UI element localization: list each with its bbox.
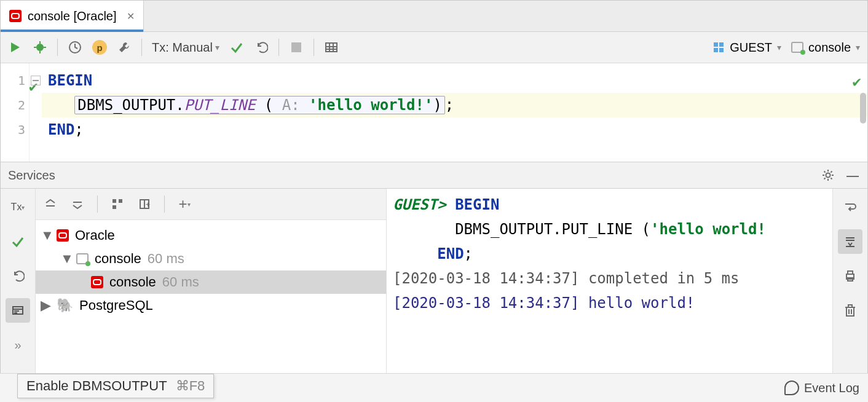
- svg-point-1: [36, 44, 44, 51]
- tree-arrow-icon[interactable]: ▶: [41, 298, 50, 313]
- tree-node-console-run[interactable]: console 60 ms: [36, 270, 386, 294]
- stop-icon[interactable]: [289, 40, 304, 55]
- commit-side-icon[interactable]: [6, 229, 30, 254]
- print-icon[interactable]: [838, 264, 862, 288]
- svg-rect-7: [291, 42, 301, 52]
- minimize-icon[interactable]: —: [845, 168, 860, 183]
- svg-line-18: [824, 171, 826, 173]
- svg-rect-44: [848, 305, 852, 307]
- tab-label: console [Oracle]: [28, 9, 117, 23]
- scroll-end-icon[interactable]: [838, 229, 862, 254]
- tx-toggle[interactable]: Tx▾: [6, 195, 30, 219]
- services-tree-panel: + +▾ ▼ Oracle ▼ console 60 ms c: [36, 189, 386, 401]
- tree-node-console-session[interactable]: ▼ console 60 ms: [36, 247, 386, 270]
- separator: [278, 39, 279, 56]
- data-grid-icon[interactable]: [324, 40, 339, 55]
- kw-end: END: [48, 121, 74, 138]
- output-str: 'hello world!: [650, 221, 766, 238]
- tree-label: console: [109, 274, 156, 290]
- wrench-icon[interactable]: [117, 40, 132, 55]
- svg-text:+: +: [146, 200, 150, 209]
- oracle-icon: [9, 10, 22, 22]
- run-icon[interactable]: [8, 40, 23, 55]
- output-prompt: GUEST>: [393, 196, 446, 213]
- tree-time: 60 ms: [148, 251, 184, 267]
- separator: [97, 195, 98, 213]
- tree-label: console: [95, 251, 141, 267]
- debug-icon[interactable]: [33, 40, 47, 55]
- string-literal: 'hello world!': [309, 97, 433, 114]
- kw-begin: BEGIN: [48, 72, 92, 89]
- toolbar: p Tx: Manual ▾: [1, 32, 867, 63]
- event-log-icon[interactable]: [784, 380, 799, 395]
- separator: [141, 39, 142, 56]
- services-left-gutter: Tx▾ »: [1, 189, 36, 401]
- tree-arrow-icon[interactable]: ▼: [41, 227, 50, 243]
- expand-all-icon[interactable]: [43, 197, 58, 211]
- pkg-name: DBMS_OUTPUT: [77, 97, 175, 114]
- editor-scrollbar[interactable]: [860, 93, 866, 124]
- tx-mode-dropdown[interactable]: Tx: Manual ▾: [152, 41, 219, 55]
- postgresql-icon: 🐘: [57, 298, 73, 313]
- commit-icon[interactable]: [229, 40, 244, 55]
- tree-time: 60 ms: [162, 274, 199, 290]
- tree-label: Oracle: [75, 227, 115, 243]
- svg-rect-29: [119, 199, 122, 203]
- code-editor[interactable]: 1 2 3 ✔ BEGIN DBMS_OUTPUT.PUT_LINE ( A: …: [1, 63, 867, 162]
- chevron-down-icon: ▾: [215, 42, 219, 52]
- svg-marker-0: [11, 42, 20, 52]
- close-tab-icon[interactable]: ✕: [127, 10, 135, 22]
- inspection-ok-icon[interactable]: ✔: [853, 69, 861, 94]
- output-kw: END: [393, 245, 464, 262]
- trash-icon[interactable]: [838, 298, 862, 323]
- separator: [57, 39, 58, 56]
- history-icon[interactable]: [68, 40, 82, 55]
- console-dropdown-label: console: [808, 41, 851, 55]
- console-icon: [76, 253, 89, 264]
- layout-icon[interactable]: [110, 197, 125, 211]
- rollback-side-icon[interactable]: [6, 264, 30, 288]
- event-log-label[interactable]: Event Log: [804, 381, 859, 395]
- output-message-line: [2020-03-18 14:34:37] hello world!: [393, 294, 695, 312]
- services-header: Services —: [1, 162, 867, 189]
- tree-arrow-icon[interactable]: ▼: [60, 251, 70, 267]
- svg-rect-28: [112, 199, 116, 203]
- more-icon[interactable]: »: [6, 333, 30, 357]
- tree-node-oracle[interactable]: ▼ Oracle: [36, 224, 386, 247]
- rollback-icon[interactable]: [254, 40, 269, 55]
- services-right-gutter: [832, 189, 867, 401]
- svg-rect-30: [112, 205, 116, 209]
- services-title: Services: [8, 168, 55, 183]
- chevron-down-icon: ▾: [856, 42, 860, 52]
- tree-label: PostgreSQL: [79, 298, 153, 313]
- add-icon[interactable]: +▾: [177, 197, 192, 211]
- fold-column: [30, 63, 42, 162]
- editor-tabs: console [Oracle] ✕: [1, 1, 867, 32]
- gear-icon[interactable]: [821, 168, 835, 183]
- soft-wrap-icon[interactable]: [838, 195, 862, 219]
- datasource-dropdown[interactable]: GUEST ▾: [714, 41, 781, 55]
- console-dropdown[interactable]: console ▾: [791, 41, 860, 55]
- separator: [164, 195, 165, 213]
- p-badge-icon[interactable]: p: [92, 40, 107, 55]
- oracle-icon: [57, 229, 69, 242]
- tree-node-postgresql[interactable]: ▶ 🐘 PostgreSQL: [36, 294, 386, 317]
- svg-rect-40: [846, 307, 854, 316]
- services-tree-toolbar: + +▾: [36, 189, 386, 220]
- code-body[interactable]: BEGIN DBMS_OUTPUT.PUT_LINE ( A: 'hello w…: [42, 63, 867, 162]
- line-number: 3: [1, 117, 25, 142]
- tooltip-enable-dbmsoutput: Enable DBMSOUTPUT ⌘F8: [17, 374, 214, 398]
- fold-toggle-icon[interactable]: [31, 76, 41, 85]
- output-kw: BEGIN: [455, 196, 499, 213]
- tooltip-text: Enable DBMSOUTPUT: [26, 378, 167, 394]
- tab-console-oracle[interactable]: console [Oracle] ✕: [1, 1, 144, 31]
- svg-line-20: [824, 178, 826, 179]
- chevron-down-icon: ▾: [777, 42, 781, 52]
- collapse-all-icon[interactable]: [70, 197, 85, 211]
- output-toggle-icon[interactable]: [6, 298, 30, 323]
- app-root: console [Oracle] ✕ p Tx: Manual ▾: [0, 0, 868, 402]
- oracle-icon: [91, 276, 103, 288]
- filter-icon[interactable]: +: [137, 197, 152, 211]
- line-number: 2: [1, 93, 25, 117]
- console-output[interactable]: GUEST> BEGIN DBMS_OUTPUT.PUT_LINE ('hell…: [386, 189, 832, 401]
